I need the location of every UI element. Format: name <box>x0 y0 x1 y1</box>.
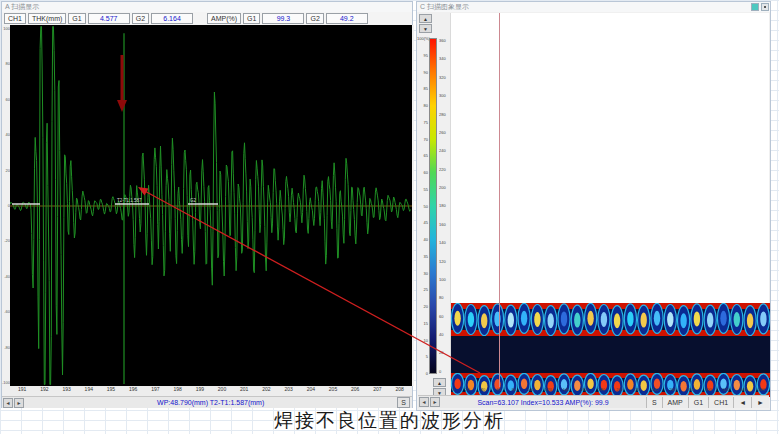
status-button-ch1[interactable]: CH1 <box>708 397 733 408</box>
depth-tick-label: 180 <box>439 203 450 208</box>
depth-tick-label: 80 <box>439 295 450 300</box>
toolbar-cell-thkmm-1[interactable]: THK(mm) <box>28 13 66 24</box>
x-tick-label: 195 <box>107 386 115 392</box>
x-tick-label: 203 <box>284 386 292 392</box>
x-tick-label: 206 <box>351 386 359 392</box>
cscan-left-column: ▲▼ 100(%)9590858075706560555045403530252… <box>417 12 450 406</box>
heatmap-blob-core <box>654 311 660 326</box>
x-tick-label: 197 <box>151 386 159 392</box>
ascan-scroll-right-arrow[interactable]: ► <box>14 398 24 408</box>
scan-axis-label: 280 <box>687 387 694 395</box>
titlebar-button-teal[interactable] <box>751 3 759 11</box>
scan-axis-label: 260 <box>669 387 676 395</box>
scan-axis-label: 200 <box>616 387 623 395</box>
spinner-up-button[interactable]: ▲ <box>433 378 446 387</box>
scan-axis-label: 20 <box>465 387 469 395</box>
cscan-scroll-right-arrow[interactable]: ► <box>430 397 440 407</box>
amp-tick-label: 90 <box>417 70 428 75</box>
x-tick-label: 192 <box>40 386 48 392</box>
amp-tick-label: 80 <box>417 103 428 108</box>
cscan-status-buttons: SAMPG1CH1◄► <box>646 397 769 408</box>
amp-tick-label: 20 <box>417 304 428 309</box>
cscan-titlebar[interactable]: C 扫描图象显示 <box>417 2 770 12</box>
heatmap-blob-core <box>747 313 753 328</box>
depth-tick-label: 0 <box>439 369 450 374</box>
status-button-s[interactable]: S <box>646 397 662 408</box>
cscan-window: C 扫描图象显示 ▲▼ 100(%)9590858075706560555045… <box>416 1 771 411</box>
heatmap-blob-core <box>574 313 580 328</box>
amp-tick-label: 45 <box>417 220 428 225</box>
titlebar-button-gray[interactable] <box>761 3 769 11</box>
scan-axis-label: 320 <box>723 387 730 395</box>
depth-tick-label: 60 <box>439 314 450 319</box>
toolbar-cell-993-8[interactable]: 99.3 <box>262 13 304 24</box>
toolbar-cell-g1-2[interactable]: G1 <box>68 13 85 24</box>
toolbar-cell-g2-9[interactable]: G2 <box>306 13 323 24</box>
x-tick-label: 207 <box>373 386 381 392</box>
heatmap-blob-core <box>508 313 514 328</box>
scan-status-text: Scan=63.107 Index=10.533 AMP(%): 99.9 <box>440 399 646 406</box>
amp-tick-label: 10 <box>417 338 428 343</box>
x-tick-label: 199 <box>196 386 204 392</box>
depth-tick-label: 160 <box>439 222 450 227</box>
x-tick-label: 198 <box>173 386 181 392</box>
cscan-statusbar: ◄ ► Scan=63.107 Index=10.533 AMP(%): 99.… <box>418 395 769 408</box>
gate-label-1: T2-T1:1.587 <box>117 198 142 203</box>
x-tick-label: 205 <box>329 386 337 392</box>
amp-scale-labels: 100(%)9590858075706560555045403530252015… <box>417 36 429 376</box>
amp-tick-label: 75 <box>417 120 428 125</box>
spinner-top: ▲▼ <box>417 12 450 33</box>
toolbar-cell-6164-5[interactable]: 6.164 <box>151 13 193 24</box>
scan-axis-label: 120 <box>545 387 552 395</box>
x-tick-label: 200 <box>218 386 226 392</box>
amp-tick-label: 35 <box>417 254 428 259</box>
ascan-wave-area[interactable]: T2-T1:1.587G2 <box>10 25 412 386</box>
amp-tick-label: 40 <box>417 237 428 242</box>
heatmap-blob-core <box>627 311 633 326</box>
status-button-amp[interactable]: AMP <box>662 397 688 408</box>
y-tick-label: 100 <box>2 26 10 31</box>
heatmap-blob-core <box>601 312 607 327</box>
scan-axis-label: 220 <box>634 387 641 395</box>
status-right-arrow[interactable]: ► <box>751 397 769 408</box>
toolbar-cell-amp-6[interactable]: AMP(%) <box>207 13 241 24</box>
cscan-canvas[interactable] <box>450 13 769 387</box>
scan-axis-label: 100 <box>527 387 534 395</box>
y-tick-label: 40 <box>2 132 10 137</box>
toolbar-cell-492-10[interactable]: 49.2 <box>326 13 368 24</box>
depth-tick-label: 20 <box>439 350 450 355</box>
ascan-statusbar: ◄ ► WP:48.790(mm) T2-T1:1.587(mm) S <box>2 396 412 408</box>
heatmap-blob-core <box>561 311 567 326</box>
heatmap-blob-core <box>734 312 740 327</box>
toolbar-cell-ch1-0[interactable]: CH1 <box>4 13 26 24</box>
heatmap-blob-core <box>587 311 593 326</box>
scan-axis-label: 80 <box>512 387 516 395</box>
status-left-arrow[interactable]: ◄ <box>733 397 751 408</box>
ascan-scroll-left-arrow[interactable]: ◄ <box>3 398 13 408</box>
amp-tick-label: 30 <box>417 271 428 276</box>
ascan-s-button[interactable]: S <box>397 397 410 408</box>
heatmap-blob-core <box>454 311 460 326</box>
heatmap-blob-core <box>614 313 620 328</box>
toolbar-cell-g1-7[interactable]: G1 <box>243 13 260 24</box>
heatmap-blob-core <box>680 313 686 328</box>
ascan-titlebar[interactable]: A 扫描显示 <box>2 2 412 12</box>
depth-ruler: 3603403203002802602402202001801601401201… <box>438 38 450 374</box>
y-tick-label: 20 <box>2 168 10 173</box>
y-tick-label: -60 <box>2 309 10 314</box>
crosshair-vline <box>499 13 500 387</box>
spinner-up-button[interactable]: ▲ <box>419 14 432 23</box>
scan-axis-label: 360 <box>758 387 765 395</box>
depth-tick-label: 240 <box>439 148 450 153</box>
status-button-g1[interactable]: G1 <box>688 397 708 408</box>
depth-tick-label: 120 <box>439 259 450 264</box>
heatmap-blob-core <box>468 312 474 327</box>
depth-tick-label: 200 <box>439 185 450 190</box>
scan-axis-label: 240 <box>652 387 659 395</box>
x-tick-label: 208 <box>395 386 403 392</box>
spinner-down-button[interactable]: ▼ <box>419 24 432 33</box>
toolbar-cell-4577-3[interactable]: 4.577 <box>88 13 130 24</box>
cscan-scroll-left-arrow[interactable]: ◄ <box>419 397 429 407</box>
toolbar-cell-g2-4[interactable]: G2 <box>132 13 149 24</box>
heatmap-blob-core <box>694 311 700 326</box>
